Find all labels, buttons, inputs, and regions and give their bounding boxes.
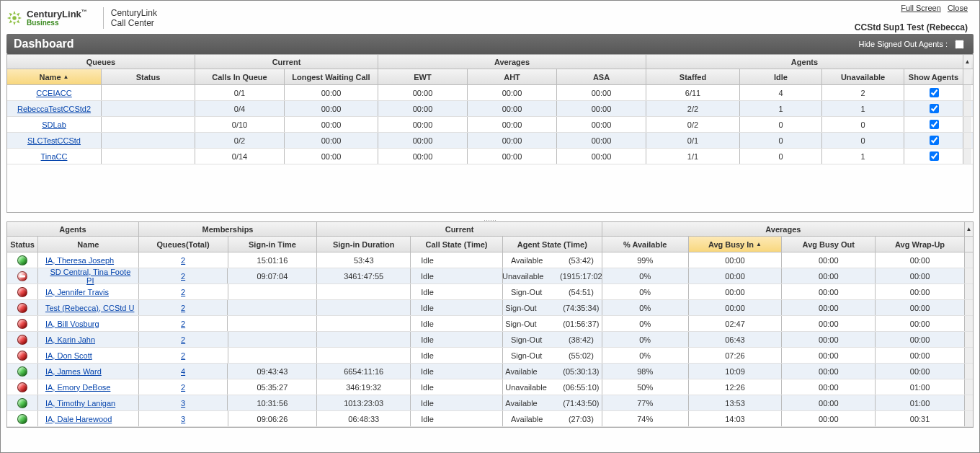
- agent-name-link[interactable]: IA, Emory DeBose: [37, 379, 138, 395]
- agent-wrap: 00:00: [875, 252, 964, 268]
- queues-body: CCEIACC0/100:0000:0000:0000:006/1142Rebe…: [7, 85, 973, 164]
- queue-show-agents[interactable]: [904, 133, 963, 148]
- col-queues-total[interactable]: Queues(Total): [138, 237, 228, 252]
- agent-name-link[interactable]: Test (Rebecca), CCStd U: [37, 300, 138, 315]
- col-status[interactable]: Status: [101, 69, 195, 84]
- agent-signin: 09:43:43: [227, 364, 316, 379]
- agent-name-link[interactable]: IA, Theresa Joseph: [37, 252, 138, 268]
- queue-status: [101, 117, 195, 132]
- col-avg-wrapup[interactable]: Avg Wrap-Up: [875, 237, 964, 252]
- agent-name-link[interactable]: SD Central, Tina Foote PI: [37, 268, 138, 283]
- show-agents-checkbox[interactable]: [930, 104, 939, 113]
- queue-show-agents[interactable]: [904, 85, 963, 100]
- agent-signdur: 06:48:33: [316, 411, 410, 426]
- col-idle[interactable]: Idle: [739, 69, 821, 84]
- col-call-state[interactable]: Call State (Time): [410, 237, 502, 252]
- agent-name-link[interactable]: IA, Jennifer Travis: [37, 284, 138, 299]
- agent-avgin: 12:26: [688, 379, 782, 395]
- col-pct-available[interactable]: % Available: [602, 237, 688, 252]
- show-agents-checkbox[interactable]: [930, 151, 939, 161]
- scroll-up-icon[interactable]: ▲: [963, 55, 971, 69]
- agent-pct: 0%: [602, 284, 688, 299]
- agent-queues-link[interactable]: 3: [138, 411, 228, 426]
- agent-status-dot: [7, 268, 37, 283]
- queue-ewt: 00:00: [378, 133, 467, 148]
- col-longest-waiting[interactable]: Longest Waiting Call: [284, 69, 378, 84]
- col-signin-duration[interactable]: Sign-in Duration: [316, 237, 410, 252]
- queue-name-link[interactable]: SLCTestCCStd: [7, 133, 101, 148]
- full-screen-link[interactable]: Full Screen: [901, 4, 941, 12]
- close-link[interactable]: Close: [948, 4, 968, 12]
- col-aht[interactable]: AHT: [467, 69, 556, 84]
- agent-avgout: 00:00: [781, 379, 875, 395]
- agent-queues-link[interactable]: 3: [138, 395, 228, 410]
- agent-name-link[interactable]: IA, Don Scott: [37, 348, 138, 363]
- agent-callstate: Idle: [410, 268, 502, 283]
- agent-signdur: 1013:23:03: [316, 395, 410, 410]
- agent-queues-link[interactable]: 2: [138, 379, 228, 395]
- queue-idle: 0: [739, 133, 821, 148]
- agents-col-header: Status Name Queues(Total) Sign-in Time S…: [7, 237, 973, 252]
- agent-name-link[interactable]: IA, Karin Jahn: [37, 332, 138, 347]
- queue-lwc: 00:00: [284, 149, 378, 164]
- agent-wrap: 01:00: [875, 395, 964, 410]
- queue-show-agents[interactable]: [904, 149, 963, 164]
- col-agent-name[interactable]: Name: [37, 237, 138, 252]
- agent-name-link[interactable]: IA, James Ward: [37, 364, 138, 379]
- agent-pct: 0%: [602, 316, 688, 331]
- col-asa[interactable]: ASA: [556, 69, 646, 84]
- agent-queues-link[interactable]: 2: [138, 252, 228, 268]
- agent-queues-link[interactable]: 2: [138, 316, 228, 331]
- queue-name-link[interactable]: CCEIACC: [7, 85, 101, 100]
- col-unavailable[interactable]: Unavailable: [821, 69, 904, 84]
- queue-status: [101, 85, 195, 100]
- agent-wrap: 00:00: [875, 316, 964, 331]
- agent-queues-link[interactable]: 2: [138, 268, 228, 283]
- queues-panel: Queues Current Averages Agents ▲ Name▲ S…: [6, 54, 974, 213]
- col-show-agents[interactable]: Show Agents: [904, 69, 963, 84]
- agent-agentstate: Available(27:03): [502, 411, 602, 426]
- queue-idle: 0: [739, 149, 821, 164]
- col-staffed[interactable]: Staffed: [646, 69, 739, 84]
- col-avg-busy-in[interactable]: Avg Busy In▲: [688, 237, 782, 252]
- agent-wrap: 00:00: [875, 364, 964, 379]
- queue-staffed: 2/2: [646, 101, 739, 116]
- queue-name-link[interactable]: SDLab: [7, 117, 101, 132]
- col-agent-status[interactable]: Status: [7, 237, 37, 252]
- show-agents-checkbox[interactable]: [930, 88, 939, 97]
- queue-staffed: 0/2: [646, 117, 739, 132]
- col-name[interactable]: Name▲: [7, 69, 101, 84]
- agent-signdur: [316, 316, 410, 331]
- queue-status: [101, 149, 195, 164]
- agent-queues-link[interactable]: 2: [138, 332, 228, 347]
- queue-asa: 00:00: [556, 149, 646, 164]
- show-agents-checkbox[interactable]: [930, 120, 939, 129]
- agent-callstate: Idle: [410, 348, 502, 363]
- queue-show-agents[interactable]: [904, 117, 963, 132]
- agent-wrap: 00:00: [875, 332, 964, 347]
- col-avg-busy-out[interactable]: Avg Busy Out: [781, 237, 875, 252]
- scroll-up-icon-2[interactable]: ▲: [964, 222, 973, 236]
- queue-name-link[interactable]: TinaCC: [7, 149, 101, 164]
- agent-wrap: 00:00: [875, 348, 964, 363]
- col-signin-time[interactable]: Sign-in Time: [228, 237, 317, 252]
- agent-signin: [228, 348, 317, 363]
- col-calls-in-queue[interactable]: Calls In Queue: [195, 69, 284, 84]
- queue-name-link[interactable]: RebeccaTestCCStd2: [7, 101, 101, 116]
- agent-name-link[interactable]: IA, Timothy Lanigan: [37, 395, 138, 410]
- agent-queues-link[interactable]: 2: [138, 284, 228, 299]
- agent-name-link[interactable]: IA, Dale Harewood: [37, 411, 138, 426]
- agent-avgin: 14:03: [688, 411, 782, 426]
- queue-show-agents[interactable]: [904, 101, 963, 116]
- dashboard-titlebar: Dashboard Hide Signed Out Agents :: [6, 34, 974, 54]
- agent-queues-link[interactable]: 2: [138, 300, 228, 315]
- agent-name-link[interactable]: IA, Bill Vosburg: [37, 316, 138, 331]
- agent-signdur: 6654:11:16: [316, 364, 410, 379]
- agent-queues-link[interactable]: 4: [138, 364, 228, 379]
- show-agents-checkbox[interactable]: [930, 136, 939, 145]
- col-ewt[interactable]: EWT: [378, 69, 467, 84]
- agent-queues-link[interactable]: 2: [138, 348, 228, 363]
- agent-agentstate: Unavailable(1915:17:02: [502, 268, 602, 283]
- col-agent-state[interactable]: Agent State (Time): [502, 237, 602, 252]
- hide-signed-out-checkbox[interactable]: [955, 40, 964, 49]
